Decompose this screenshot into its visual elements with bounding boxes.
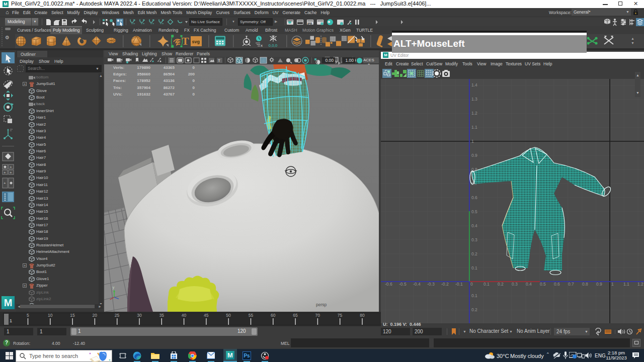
svg-text:10: 10 bbox=[48, 313, 53, 318]
svg-text:0,0,0: 0,0,0 bbox=[269, 43, 278, 48]
svg-text:IPR: IPR bbox=[307, 22, 312, 25]
svg-text:50: 50 bbox=[226, 313, 231, 318]
svg-text:70: 70 bbox=[315, 313, 320, 318]
svg-text:15: 15 bbox=[70, 313, 75, 318]
svg-text:svg: svg bbox=[192, 39, 200, 44]
svg-text:T: T bbox=[218, 58, 220, 63]
svg-text:60: 60 bbox=[271, 313, 276, 318]
svg-text:80: 80 bbox=[360, 313, 365, 318]
svg-text:25: 25 bbox=[115, 313, 120, 318]
svg-text:45: 45 bbox=[204, 313, 209, 318]
svg-text:x: x bbox=[261, 43, 263, 48]
svg-text:T: T bbox=[182, 35, 189, 47]
svg-text:+: + bbox=[4, 170, 6, 175]
svg-text:5: 5 bbox=[27, 313, 29, 318]
svg-text:20: 20 bbox=[93, 313, 98, 318]
svg-text:55: 55 bbox=[249, 313, 254, 318]
svg-text:65: 65 bbox=[293, 313, 298, 318]
svg-text:+: + bbox=[10, 170, 12, 175]
svg-text:40: 40 bbox=[182, 313, 187, 318]
svg-text:30: 30 bbox=[137, 313, 142, 318]
svg-text:+: + bbox=[10, 165, 12, 169]
svg-text:35: 35 bbox=[159, 313, 164, 318]
svg-text:y: y bbox=[113, 285, 115, 290]
svg-text:persp: persp bbox=[316, 302, 327, 307]
svg-text:75: 75 bbox=[338, 313, 343, 318]
svg-text:+: + bbox=[4, 181, 6, 186]
